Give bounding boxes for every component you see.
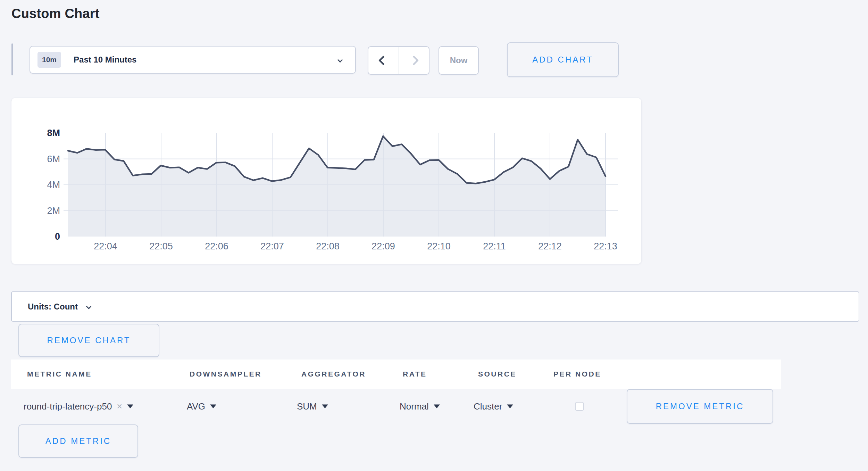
column-header-metric-name: METRIC NAME	[27, 370, 92, 378]
x-axis-tick-label: 22:06	[205, 241, 228, 251]
chevron-left-icon	[378, 56, 388, 65]
x-axis-tick-label: 22:13	[594, 241, 617, 251]
metric-name-dropdown[interactable]: round-trip-latency-p50 ×	[24, 401, 133, 412]
x-axis-tick-label: 22:12	[538, 241, 562, 251]
column-header-per-node: PER NODE	[553, 370, 601, 378]
chart-card: 02M4M6M8M22:0422:0522:0622:0722:0822:092…	[11, 98, 642, 264]
time-back-button[interactable]	[368, 47, 399, 74]
add-chart-button[interactable]: ADD CHART	[507, 42, 619, 77]
now-button[interactable]: Now	[439, 46, 479, 75]
dropdown-caret-icon	[434, 405, 440, 408]
per-node-checkbox[interactable]	[575, 402, 584, 411]
table-row: round-trip-latency-p50 × AVG SUM Normal …	[0, 389, 868, 424]
chevron-down-icon	[86, 304, 92, 309]
aggregator-dropdown[interactable]: SUM	[297, 401, 328, 412]
chevron-down-icon	[337, 57, 343, 63]
time-forward-button[interactable]	[399, 47, 429, 74]
column-header-aggregator: AGGREGATOR	[301, 370, 366, 378]
column-header-rate: RATE	[403, 370, 427, 378]
x-axis-tick-label: 22:05	[149, 241, 173, 251]
y-axis-tick-label: 4M	[47, 180, 60, 190]
metric-name-value: round-trip-latency-p50	[24, 401, 112, 412]
custom-chart-page: Custom Chart 10m Past 10 Minutes Now ADD…	[0, 0, 868, 471]
y-axis-tick-label: 0	[55, 231, 60, 242]
per-node-cell	[575, 402, 584, 411]
downsampler-dropdown[interactable]: AVG	[187, 401, 216, 412]
x-axis-tick-label: 22:09	[372, 241, 395, 251]
time-range-dropdown[interactable]: 10m Past 10 Minutes	[30, 46, 356, 74]
y-axis-tick-label: 2M	[47, 206, 60, 216]
column-header-downsampler: DOWNSAMPLER	[190, 370, 262, 378]
dropdown-caret-icon	[127, 405, 133, 408]
y-axis-tick-label: 6M	[47, 154, 60, 164]
remove-chart-button[interactable]: REMOVE CHART	[18, 324, 159, 357]
column-header-source: SOURCE	[478, 370, 517, 378]
source-dropdown[interactable]: Cluster	[474, 401, 513, 412]
rate-value: Normal	[400, 401, 429, 412]
units-dropdown[interactable]: Units: Count	[11, 291, 859, 322]
downsampler-value: AVG	[187, 401, 205, 412]
remove-metric-button[interactable]: REMOVE METRIC	[627, 389, 773, 424]
time-nav-group	[368, 46, 429, 75]
x-axis-tick-label: 22:07	[260, 241, 284, 251]
clear-metric-icon[interactable]: ×	[117, 402, 122, 411]
dropdown-caret-icon	[210, 405, 216, 408]
x-axis-tick-label: 22:04	[94, 241, 117, 251]
time-range-divider	[11, 43, 13, 75]
metrics-table-header: METRIC NAME DOWNSAMPLER AGGREGATOR RATE …	[11, 360, 781, 389]
dropdown-caret-icon	[322, 405, 328, 408]
latency-area-chart: 02M4M6M8M22:0422:0522:0622:0722:0822:092…	[11, 98, 642, 265]
x-axis-tick-label: 22:10	[427, 241, 451, 251]
rate-dropdown[interactable]: Normal	[400, 401, 440, 412]
chevron-right-icon	[409, 56, 419, 65]
add-metric-button[interactable]: ADD METRIC	[18, 424, 138, 458]
x-axis-tick-label: 22:08	[316, 241, 340, 251]
x-axis-tick-label: 22:11	[483, 241, 506, 251]
units-label: Units: Count	[28, 302, 78, 312]
time-range-badge: 10m	[37, 52, 61, 68]
dropdown-caret-icon	[507, 405, 513, 408]
y-axis-tick-label: 8M	[47, 128, 60, 138]
source-value: Cluster	[474, 401, 502, 412]
aggregator-value: SUM	[297, 401, 317, 412]
time-range-label: Past 10 Minutes	[74, 55, 338, 65]
page-title: Custom Chart	[11, 6, 100, 21]
